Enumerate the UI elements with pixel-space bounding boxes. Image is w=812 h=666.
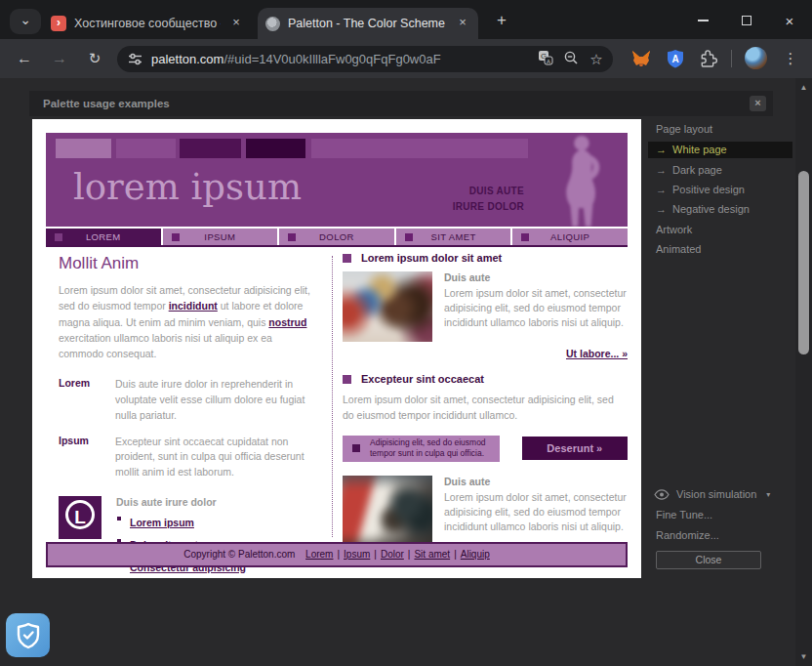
browser-menu-icon[interactable]: ⋮ xyxy=(781,47,800,70)
list-item: Lorem ipsum xyxy=(116,513,246,530)
eye-icon xyxy=(654,489,670,500)
news-item-header: Excepteur sint occaecat xyxy=(343,373,628,385)
url-text[interactable]: paletton.com/#uid=14V0u0kIlllaFw0g0qFqFg… xyxy=(151,52,533,66)
deserunt-button[interactable]: Deserunt » xyxy=(522,437,628,460)
definition-row: Ipsum Excepteur sint occaecat cupidatat … xyxy=(59,435,315,480)
arrow-icon: → xyxy=(656,144,667,155)
footer-separator: | xyxy=(408,549,411,560)
column-divider xyxy=(332,256,333,537)
button-label: Adipisicing elit, sed do eiusmod tempor … xyxy=(370,437,494,458)
article-heading: Mollit Anim xyxy=(59,254,315,273)
sidebar-section-title: Page layout xyxy=(656,123,712,135)
arrow-icon: → xyxy=(656,164,667,176)
sidebar-item-label: Positive design xyxy=(672,184,745,195)
paletton-page: Palette usage examples × lorem ipsum DUI… xyxy=(0,78,812,666)
modal-close-button[interactable]: × xyxy=(750,96,766,111)
address-bar[interactable]: paletton.com/#uid=14V0u0kIlllaFw0g0qFqFg… xyxy=(117,46,613,72)
window-maximize-button[interactable] xyxy=(727,8,766,33)
back-button[interactable]: ← xyxy=(12,47,37,70)
scroll-down-icon[interactable]: ▼ xyxy=(795,652,812,661)
article-paragraph: Lorem ipsum dolor sit amet, consectetur … xyxy=(59,282,315,361)
sidebar-item-animated[interactable]: Animated xyxy=(656,243,701,255)
footer-link-aliquip[interactable]: Aliquip xyxy=(461,549,490,560)
footer-link-dolor[interactable]: Dolor xyxy=(381,549,404,560)
window-close-button[interactable]: × xyxy=(770,8,809,33)
nostrud-link[interactable]: nostrud xyxy=(268,316,306,328)
footer-link-lorem[interactable]: Lorem xyxy=(305,549,333,560)
footer-separator: | xyxy=(337,549,340,560)
browser-tab-paletton[interactable]: Paletton - The Color Scheme De × xyxy=(258,8,478,39)
footer-link-ipsum[interactable]: Ipsum xyxy=(344,549,370,560)
tab-search-button[interactable]: ⌄ xyxy=(10,9,41,34)
scroll-up-icon[interactable]: ▲ xyxy=(795,83,812,92)
button-row: Adipisicing elit, sed do eiusmod tempor … xyxy=(343,436,628,462)
toolbar-separator xyxy=(731,50,732,67)
chevron-down-icon: ⌄ xyxy=(20,12,31,27)
tab-close-icon[interactable]: × xyxy=(227,15,245,32)
hosting-favicon-icon: › xyxy=(51,16,66,31)
tab-title: Хостинговое сообщество «Tim xyxy=(74,17,221,30)
footer-link-sitamet[interactable]: Sit amet xyxy=(414,549,450,560)
bookmark-star-icon[interactable]: ☆ xyxy=(584,51,609,68)
svg-text:A: A xyxy=(547,58,550,63)
news-paragraph: Lorem ipsum dolor sit amet, consectetur … xyxy=(444,286,628,331)
bullet-square-icon xyxy=(343,254,351,263)
preview-tab-aliquip[interactable]: ALIQUIP xyxy=(512,229,628,245)
close-examples-button[interactable]: Close xyxy=(656,551,761,569)
forward-button[interactable]: → xyxy=(47,47,72,70)
tab-close-icon[interactable]: × xyxy=(454,15,471,32)
adguard-extension-icon[interactable]: A xyxy=(665,48,686,69)
tab-bullet-icon xyxy=(172,233,180,241)
paragraph-text: exercitation ullamco laboris nisi ut ali… xyxy=(59,332,272,359)
profile-avatar[interactable] xyxy=(745,47,767,69)
news-item-header: Lorem ipsum dolor sit amet xyxy=(343,252,628,264)
vision-simulation-control[interactable]: Vision simulation ▾ xyxy=(654,488,770,500)
translate-icon[interactable]: G A xyxy=(533,50,558,69)
new-tab-button[interactable]: + xyxy=(490,10,513,33)
sidebar-item-white-page[interactable]: →White page xyxy=(648,142,792,158)
news-subheading: Duis aute xyxy=(444,476,628,487)
palette-swatch-dark xyxy=(180,139,241,158)
lorem-ipsum-link[interactable]: Lorem ipsum xyxy=(130,517,194,528)
news-paragraph: Lorem ipsum dolor sit amet, consectetur … xyxy=(343,393,628,424)
preview-site-title: lorem ipsum xyxy=(73,166,302,208)
preview-left-column: Mollit Anim Lorem ipsum dolor sit amet, … xyxy=(59,254,315,580)
randomize-button[interactable]: Randomize... xyxy=(656,529,719,541)
modal-title-bar: Palette usage examples × xyxy=(29,91,773,116)
page-scrollbar[interactable]: ▲ ▼ xyxy=(795,78,812,666)
incididunt-link[interactable]: incididunt xyxy=(169,300,218,312)
preview-footer: Copyright © Paletton.com Lorem|Ipsum|Dol… xyxy=(46,542,628,567)
zoom-out-icon[interactable] xyxy=(558,50,584,69)
window-minimize-button[interactable] xyxy=(683,8,722,33)
button-bullet-icon xyxy=(352,444,360,452)
ut-labore-link[interactable]: Ut labore... » xyxy=(566,348,628,359)
preview-tab-label: LOREM xyxy=(86,231,121,242)
site-logo[interactable]: L xyxy=(59,496,102,539)
reload-button[interactable]: ↻ xyxy=(82,47,107,70)
sidebar-item-positive-design[interactable]: →Positive design xyxy=(656,184,745,195)
maximize-icon xyxy=(742,16,751,25)
fine-tune-button[interactable]: Fine Tune... xyxy=(656,509,712,520)
tab-bullet-icon xyxy=(405,233,413,241)
preview-tab-sitamet[interactable]: SIT AMET xyxy=(396,229,511,245)
extensions-puzzle-icon[interactable] xyxy=(698,48,719,69)
browser-tab-strip: ⌄ › Хостинговое сообщество «Tim × Palett… xyxy=(0,0,812,39)
sidebar-item-artwork[interactable]: Artwork xyxy=(656,224,692,235)
preview-tab-lorem[interactable]: LOREM xyxy=(46,229,161,245)
adipisicing-button[interactable]: Adipisicing elit, sed do eiusmod tempor … xyxy=(343,436,500,462)
site-settings-icon[interactable] xyxy=(128,52,142,66)
browser-tab-hosting[interactable]: › Хостинговое сообщество «Tim × xyxy=(43,8,252,39)
logo-letter: L xyxy=(65,500,95,529)
palette-preview-panel: lorem ipsum DUIS AUTE IRURE DOLOR LOREM … xyxy=(32,119,641,578)
tab-bullet-icon xyxy=(55,233,62,241)
metamask-extension-icon[interactable] xyxy=(630,48,652,69)
sidebar-item-dark-page[interactable]: →Dark page xyxy=(656,164,722,176)
links-heading: Duis aute irure dolor xyxy=(116,496,246,508)
definition-term: Ipsum xyxy=(59,435,115,480)
minimize-icon xyxy=(698,20,709,21)
preview-tab-ipsum[interactable]: IPSUM xyxy=(163,229,278,245)
sidebar-item-negative-design[interactable]: →Negative design xyxy=(656,203,750,215)
shield-check-badge[interactable] xyxy=(6,613,50,657)
preview-tab-dolor[interactable]: DOLOR xyxy=(279,229,394,245)
scrollbar-thumb[interactable] xyxy=(798,171,809,354)
